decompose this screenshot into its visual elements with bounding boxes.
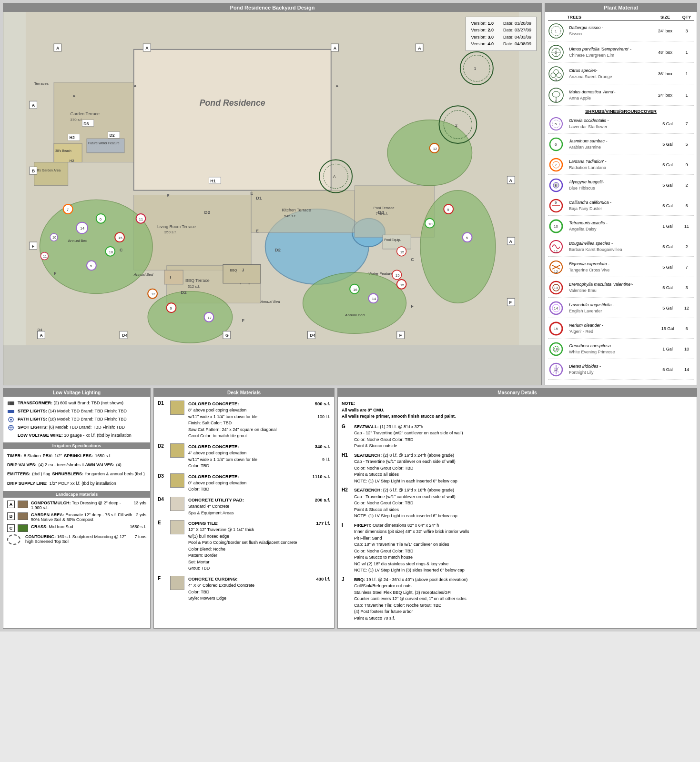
deck-row-d4: D4 CONCRETE UTILITY PAD: 200 s.f. Standa… (158, 497, 330, 516)
svg-text:5: 5 (466, 236, 468, 240)
svg-text:A: A (40, 333, 43, 338)
deck-title-f: CONCRETE CURBING: 430 l.f. (188, 576, 330, 582)
deck-row-d1: D1 COLORED CONCRETE: 500 s.f. 8" above p… (158, 401, 330, 440)
svg-text:15: 15 (400, 283, 405, 287)
lm-row-contouring: CONTOURING: 160 s.f. Sculptured Mounding… (7, 534, 146, 545)
svg-text:D3: D3 (83, 121, 89, 126)
irr-supply: 1/2" POLY xx l.f. (tbd by installation (50, 480, 116, 487)
shrub-name-14: Lavandula angustifolia - English Lavende… (567, 302, 656, 314)
transformer-row: TRANSFORMER: (2) 600 watt Brand: TBD (no… (7, 401, 146, 406)
shrub-icon-11: 11 (548, 239, 564, 255)
tree-row-1: 1 Dalbergia sissoo - Sissoo 24" box 3 (548, 23, 694, 41)
shrub-name-5: Grewia occidentalis - Lavendar Starflowe… (567, 118, 656, 130)
shrub-qty-13: 3 (680, 285, 694, 290)
shrub-icon-6: 6 (548, 136, 564, 152)
deck-text-f: CONCRETE CURBING: 430 l.f. 4" X 6" Color… (188, 576, 330, 602)
svg-text:D2: D2 (204, 210, 211, 215)
tree-svg-4: 4 (548, 87, 564, 103)
deck-title-d1: COLORED CONCRETE: 500 s.f. (188, 401, 330, 407)
svg-text:D2: D2 (274, 247, 281, 252)
deck-desc-d3: 0" above pool coping elevationColor: TBD (188, 480, 330, 493)
shrub-name-7: Lantana 'radiation' - Radiation Lanatana (567, 159, 656, 170)
svg-text:15: 15 (396, 273, 400, 278)
svg-rect-210 (8, 410, 14, 413)
masonry-text-g: SEATWALL: (1) 23 l.f. @ 8"d x 32"h Cap -… (354, 424, 693, 450)
shrub-svg-7: 7 (548, 157, 564, 172)
svg-text:7: 7 (67, 208, 69, 212)
masonry-text-h1: SEATBENCH: (2) 8 l.f. @ 16"d x 24"h (abo… (354, 452, 693, 485)
irr-emitters: (tbd ) flag (32, 470, 51, 478)
contouring-icon (7, 534, 20, 545)
shrub-icon-10: 10 (548, 218, 564, 234)
svg-text:Annual Bed: Annual Bed (260, 300, 280, 304)
masonry-letter-h1: H1 (342, 452, 351, 458)
shrub-name-10: Tetraneuris acaulis - Angelita Daisy (567, 220, 656, 232)
shrub-svg-15: 15 (548, 321, 564, 336)
svg-rect-1 (134, 50, 331, 190)
lm-letter-c: C (7, 524, 15, 532)
path-lights-text: PATH LIGHTS: (18) Model: TBD Brand: TBD … (18, 417, 146, 421)
shrub-size-16: 1 Gal (656, 347, 680, 351)
svg-text:D4: D4 (310, 333, 315, 338)
version-date-3: Date: 04/03/09 (503, 34, 531, 40)
svg-text:2: 2 (555, 50, 557, 55)
shrub-svg-12: 12 (548, 260, 564, 275)
deck-title-d2: COLORED CONCRETE: 340 s.f. (188, 443, 330, 450)
shrub-name-13: Eremophylla maculata 'valentine'- Valent… (567, 281, 656, 293)
tree-qty-2: 1 (680, 50, 694, 55)
svg-text:11: 11 (43, 255, 47, 258)
masonry-text-h2: SEATBENCH: (2) 6 l.f. @ 16"d x 16"h (abo… (354, 487, 693, 520)
svg-text:11: 11 (554, 249, 558, 253)
lm-text-c: GRASS: Mid Iron Sod (31, 524, 127, 529)
svg-text:A: A (145, 46, 149, 50)
shrub-row-14: 14 Lavandula angustifolia - English Lave… (548, 300, 694, 318)
shrub-size-9: 5 Gal (656, 203, 680, 208)
shrub-qty-6: 5 (680, 142, 694, 147)
deck-row-e: E COPING TILE: 177 l.f. 12" X 12" Traver… (158, 520, 330, 572)
shrub-size-11: 5 Gal (656, 244, 680, 249)
version-row-1: Version: 1.0 Date: 03/20/09 (471, 20, 531, 27)
svg-text:A: A (334, 46, 337, 50)
svg-text:Terraces: Terraces (34, 81, 49, 86)
shrub-size-6: 5 Gal (656, 142, 680, 147)
svg-text:D1: D1 (256, 195, 262, 201)
lm-row-b: B GARDEN AREA: Excavate 12" deep - 76 s.… (7, 512, 146, 522)
blueprint-svg: Pond Residence Garden Terrace 370 s.f. F… (3, 12, 541, 345)
blueprint-title: Pond Residence Backyard Design (3, 3, 541, 12)
shrub-size-10: 1 Gal (656, 224, 680, 229)
svg-text:38's Garden Area: 38's Garden Area (35, 169, 61, 172)
shrub-qty-16: 10 (680, 347, 694, 351)
tree-qty-4: 1 (680, 93, 694, 98)
svg-rect-32 (34, 162, 68, 185)
shrub-svg-9: 9 (548, 198, 564, 213)
deck-letter-d1: D1 (158, 401, 166, 406)
lm-swatch-a (18, 501, 28, 508)
irr-supply-row: DRIP SUPPLY LINE: 1/2" POLY xx l.f. (tbd… (7, 480, 146, 487)
irr-pbv: 1/2" (55, 452, 62, 460)
tree-svg-3: 3 (548, 66, 564, 82)
deck-row-d3: D3 COLORED CONCRETE: 1110 s.f. 0" above … (158, 473, 330, 493)
path-light-icon (7, 417, 15, 422)
masonry-text-i: FIREPIT: Outer dimensions 82" x 64" x 24… (354, 522, 693, 574)
tree-svg-1: 1 (548, 23, 564, 39)
svg-point-26 (420, 190, 496, 303)
shrub-svg-13: 13 (548, 280, 564, 295)
irr-drip: (4) 2 ea - trees/shrubs (39, 461, 81, 469)
svg-text:17: 17 (207, 316, 212, 320)
version-date-4: Date: 04/08/09 (503, 40, 531, 47)
svg-text:G: G (225, 333, 229, 338)
spot-light-icon (7, 425, 15, 431)
tree-qty-1: 3 (680, 29, 694, 33)
wire-row: LOW VOLTAGE WIRE: 10 gauge - xx l.f. (tb… (7, 433, 146, 439)
deck-letter-f: F (158, 576, 166, 581)
svg-text:12: 12 (554, 270, 558, 274)
svg-text:9: 9 (170, 306, 172, 311)
shrub-name-15: Nerium oleander - 'Algeri' - Red (567, 322, 656, 334)
svg-text:H1: H1 (210, 179, 215, 183)
svg-text:7: 7 (555, 163, 557, 167)
svg-text:5: 5 (90, 264, 92, 268)
svg-text:F: F (32, 244, 35, 249)
deck-swatch-f (170, 576, 184, 590)
deck-row-f: F CONCRETE CURBING: 430 l.f. 4" X 6" Col… (158, 576, 330, 602)
shrub-size-12: 5 Gal (656, 265, 680, 270)
